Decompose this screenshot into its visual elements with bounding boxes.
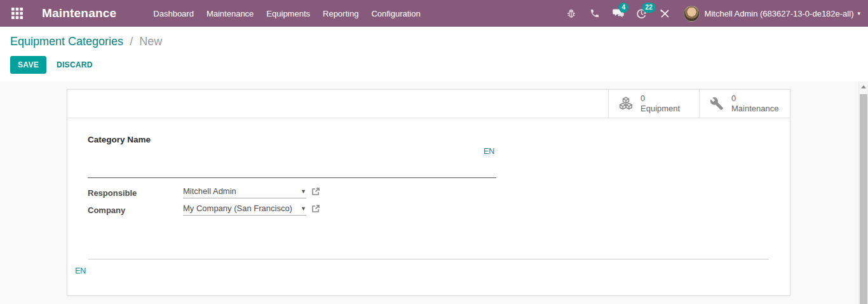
company-external-link-icon[interactable] xyxy=(311,204,320,213)
dropdown-caret-icon[interactable]: ▼ xyxy=(301,188,306,195)
user-menu[interactable]: Mitchell Admin (683627-13-0-de182e-all) … xyxy=(684,6,860,22)
navbar-right: 4 22 Mitchell Admin (683627-13-0-de182e-… xyxy=(555,5,860,22)
tools-button[interactable] xyxy=(658,5,672,22)
responsible-external-link-icon[interactable] xyxy=(311,187,320,196)
sheet-body: Category Name EN Responsible Mitchell Ad… xyxy=(67,118,790,296)
category-name-input[interactable] xyxy=(88,156,496,178)
discard-button[interactable]: DISCARD xyxy=(57,60,93,69)
debug-bug-icon[interactable] xyxy=(564,5,578,22)
breadcrumb: Equipment Categories / New xyxy=(10,35,858,48)
vertical-scrollbar[interactable] xyxy=(858,81,868,304)
menu-item-equipments[interactable]: Equipments xyxy=(260,1,316,26)
category-name-translation-badge[interactable]: EN xyxy=(484,147,494,156)
menu-item-configuration[interactable]: Configuration xyxy=(365,1,426,26)
scrollbar-up-arrow[interactable] xyxy=(859,81,868,92)
stat-texts: 0 Maintenance xyxy=(731,93,778,114)
activities-button[interactable]: 22 xyxy=(635,5,649,22)
cubes-icon xyxy=(617,96,635,111)
menu-item-dashboard[interactable]: Dashboard xyxy=(147,1,200,26)
company-label: Company xyxy=(88,205,125,215)
menu-item-reporting[interactable]: Reporting xyxy=(316,1,365,26)
breadcrumb-separator: / xyxy=(130,35,133,48)
stat-texts: 0 Equipment xyxy=(641,93,680,114)
category-name-label: Category Name xyxy=(88,135,151,144)
company-field[interactable]: My Company (San Francisco) ▼ xyxy=(183,204,306,216)
responsible-value: Mitchell Admin xyxy=(183,186,298,196)
app-title[interactable]: Maintenance xyxy=(42,6,116,20)
equipment-label: Equipment xyxy=(641,104,680,114)
main-menu: Dashboard Maintenance Equipments Reporti… xyxy=(147,1,426,26)
responsible-label: Responsible xyxy=(88,188,137,198)
wrench-screwdriver-icon xyxy=(660,8,670,19)
scrollbar-thumb[interactable] xyxy=(860,94,867,304)
phone-icon xyxy=(590,8,600,18)
equipment-count: 0 xyxy=(641,93,680,104)
phone-icon-button[interactable] xyxy=(588,5,602,22)
dropdown-caret-icon[interactable]: ▼ xyxy=(301,205,306,212)
control-panel-buttons: SAVE DISCARD xyxy=(10,56,858,74)
user-name: Mitchell Admin (683627-13-0-de182e-all) xyxy=(705,9,854,18)
wrench-icon xyxy=(708,97,726,111)
user-avatar xyxy=(684,6,700,22)
activities-count-badge: 22 xyxy=(642,3,656,13)
bug-icon xyxy=(566,8,576,18)
comment-divider xyxy=(88,259,769,259)
responsible-field[interactable]: Mitchell Admin ▼ xyxy=(183,186,306,198)
apps-menu-icon[interactable] xyxy=(10,6,24,20)
form-view-container: 0 Equipment 0 Maintenance Category Name … xyxy=(0,81,868,304)
stat-button-equipment[interactable]: 0 Equipment xyxy=(608,90,699,118)
messages-count-badge: 4 xyxy=(619,3,629,13)
stat-button-maintenance[interactable]: 0 Maintenance xyxy=(699,90,790,118)
stat-button-box: 0 Equipment 0 Maintenance xyxy=(67,90,790,118)
form-sheet: 0 Equipment 0 Maintenance Category Name … xyxy=(67,89,790,296)
breadcrumb-parent-link[interactable]: Equipment Categories xyxy=(10,35,123,48)
menu-item-maintenance[interactable]: Maintenance xyxy=(200,1,260,26)
top-navbar: Maintenance Dashboard Maintenance Equipm… xyxy=(0,0,868,27)
footer-translation-badge[interactable]: EN xyxy=(75,266,86,275)
messages-button[interactable]: 4 xyxy=(611,5,625,22)
control-panel: Equipment Categories / New SAVE DISCARD xyxy=(0,27,868,81)
chevron-down-icon: ▾ xyxy=(857,10,860,17)
grid-icon xyxy=(11,8,23,19)
triangle-up-icon xyxy=(861,85,866,88)
company-value: My Company (San Francisco) xyxy=(183,204,298,213)
save-button[interactable]: SAVE xyxy=(10,56,46,74)
maintenance-label: Maintenance xyxy=(731,104,778,114)
maintenance-count: 0 xyxy=(731,93,778,104)
breadcrumb-current: New xyxy=(139,35,162,48)
